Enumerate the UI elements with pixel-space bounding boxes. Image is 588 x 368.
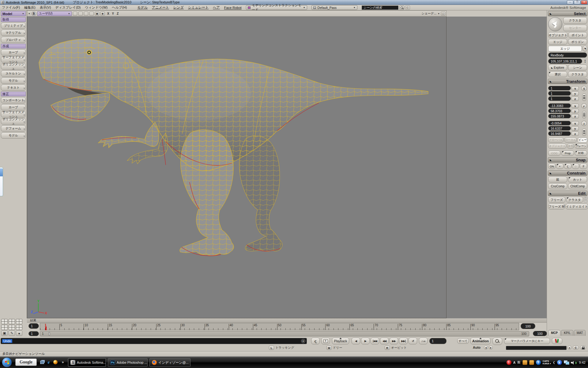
all-params-button[interactable]: すべて bbox=[457, 338, 469, 344]
a-tray-icon[interactable]: a bbox=[557, 360, 562, 365]
tab-mcp[interactable]: MCP bbox=[548, 330, 560, 336]
translate-y-axis-button[interactable]: y bbox=[571, 126, 579, 131]
tray-collapse-icon[interactable]: ❮ bbox=[553, 361, 555, 364]
scale-link-icon[interactable] bbox=[582, 94, 586, 101]
module-menu-item[interactable]: Face Robot bbox=[224, 6, 242, 10]
cnscomp-button[interactable]: CnsComp bbox=[548, 183, 567, 189]
script-history-dropdown[interactable]: ▼ bbox=[301, 339, 305, 343]
module-menu-item[interactable]: モデル bbox=[137, 5, 148, 10]
toolbar-button[interactable]: スケルトン bbox=[1, 71, 26, 77]
view-mode-button[interactable]: ビュー bbox=[578, 137, 587, 143]
maximize-button[interactable]: ❐ bbox=[574, 0, 580, 4]
menu-item[interactable]: 編集(E) bbox=[24, 5, 36, 10]
section-header-modify[interactable]: 修正 bbox=[1, 92, 26, 96]
edit-panel-header[interactable]: ◣Edit bbox=[548, 191, 587, 196]
scene-search-input[interactable]: シーンの検索 bbox=[362, 6, 398, 10]
cycle-button[interactable]: C bbox=[573, 346, 579, 350]
prev-key-button[interactable]: ◀◀ bbox=[380, 338, 389, 344]
viewport-option-button[interactable] bbox=[89, 12, 94, 16]
collapse-button[interactable]: − bbox=[584, 200, 587, 202]
scale-y-field[interactable]: 1 bbox=[548, 91, 571, 96]
scale-mode-button[interactable]: S bbox=[581, 86, 587, 91]
ime-language[interactable]: A bbox=[513, 361, 516, 364]
ref-mode-button[interactable]: 参照 bbox=[567, 144, 574, 149]
close-button[interactable]: ✕ bbox=[581, 0, 587, 4]
viewport-option-button[interactable] bbox=[73, 12, 77, 16]
translate-x-field[interactable]: -0.0054 bbox=[548, 121, 571, 125]
toolbar-button[interactable]: コンポーネント bbox=[1, 97, 26, 103]
cluster-button[interactable]: クラスタ bbox=[563, 17, 587, 24]
minimize-button[interactable]: — bbox=[567, 0, 573, 4]
toolbar-button[interactable]: プロパティ bbox=[1, 37, 26, 43]
sphere-icon[interactable]: ● bbox=[16, 331, 22, 336]
camera-icon[interactable]: ▣ bbox=[95, 12, 99, 16]
toolbar-button[interactable]: マテリアル bbox=[1, 30, 26, 36]
keys-button[interactable] bbox=[552, 338, 562, 344]
axis-toggle-z[interactable]: Z bbox=[117, 12, 119, 15]
viewport-pane-button[interactable]: B bbox=[32, 11, 36, 16]
panel-collapse-icon[interactable]: ◣ bbox=[550, 172, 552, 174]
toolbar-button[interactable]: テキスト bbox=[1, 85, 26, 91]
layout-wide-icon[interactable] bbox=[1, 325, 8, 330]
object-filter-button[interactable]: オブジェクト bbox=[548, 32, 567, 38]
cog-button[interactable]: COG bbox=[548, 151, 560, 156]
loop-button[interactable]: ↺ bbox=[409, 338, 417, 344]
edge-filter-button[interactable]: エッジ bbox=[548, 39, 567, 45]
translate-z-axis-button[interactable]: z bbox=[571, 132, 579, 136]
menu-item[interactable]: ウィンドウ(W) bbox=[85, 5, 107, 10]
current-filter-field[interactable]: エッジ bbox=[548, 46, 582, 52]
toolbox-tray-icon[interactable] bbox=[522, 360, 527, 365]
module-menu-item[interactable]: シミュレート bbox=[188, 5, 209, 10]
show-desktop-icon[interactable] bbox=[39, 359, 45, 365]
toolbox-tray-icon[interactable] bbox=[529, 360, 534, 365]
toolbar-button[interactable]: カーブ bbox=[1, 104, 26, 110]
rotate-y-axis-button[interactable]: y bbox=[571, 109, 579, 113]
viewport-resize-icon[interactable]: ▢ bbox=[441, 12, 445, 16]
docked-panel-tab[interactable] bbox=[0, 167, 3, 196]
grid-snap-icon[interactable]: # bbox=[580, 163, 587, 169]
point-filter-button[interactable]: ポイント bbox=[568, 32, 587, 38]
lock-button[interactable] bbox=[580, 346, 586, 350]
go-to-end-button[interactable]: ▶▶| bbox=[399, 338, 408, 344]
panel-collapse-icon[interactable]: ◣ bbox=[550, 159, 552, 161]
menu-item[interactable]: ディスプレイ(D) bbox=[55, 5, 81, 10]
range-handle[interactable] bbox=[49, 332, 50, 335]
center-button[interactable]: センター bbox=[563, 25, 587, 32]
taskbar-task[interactable]: S Autodesk Softima... bbox=[68, 358, 106, 367]
panel-collapse-icon[interactable]: ◣ bbox=[550, 80, 552, 83]
symmetry-button[interactable]: 対称 bbox=[575, 151, 587, 156]
facet-snap-icon[interactable]: ◌ bbox=[572, 163, 579, 169]
scene-button[interactable]: シーン bbox=[568, 65, 587, 71]
plane-mode-button[interactable]: プレーン bbox=[575, 144, 587, 149]
section-header-acquire[interactable]: 取得 bbox=[1, 17, 26, 22]
layout-quad-icon[interactable] bbox=[16, 319, 22, 324]
key-button[interactable] bbox=[492, 338, 502, 345]
toolbar-button[interactable]: プリミティブ bbox=[1, 23, 26, 29]
eye-icon[interactable]: ◉ bbox=[100, 12, 105, 16]
playback-menu-button[interactable]: Playback bbox=[332, 338, 349, 344]
construction-mode-dropdown[interactable]: モデリングコンストラクションモード ▼ bbox=[246, 5, 307, 10]
animation-menu-button[interactable]: Animation bbox=[470, 338, 491, 344]
current-frame-field[interactable]: 1 bbox=[28, 323, 39, 329]
parent-constrain-button[interactable]: 親 bbox=[548, 177, 567, 182]
menu-item[interactable]: 表示(V) bbox=[40, 5, 51, 10]
viewport-canvas[interactable]: Y X Z bbox=[27, 17, 447, 318]
axis-toggle-x[interactable]: X bbox=[107, 12, 110, 15]
cut-constrain-button[interactable]: カット bbox=[568, 177, 587, 182]
chldcomp-button[interactable]: ChldComp bbox=[568, 183, 587, 189]
panel-collapse-icon[interactable]: ◣ bbox=[550, 192, 552, 195]
edit-cluster-button[interactable]: クラスタ bbox=[566, 197, 583, 203]
network-icon[interactable] bbox=[564, 360, 569, 365]
internet-explorer-icon[interactable]: e bbox=[46, 359, 51, 365]
tab-mat[interactable]: MAT bbox=[574, 330, 586, 336]
panel-collapse-icon[interactable]: ◣ bbox=[550, 12, 552, 15]
rotate-z-field[interactable]: 155.0873 bbox=[548, 114, 571, 118]
snap-panel-header[interactable]: ◣Snap bbox=[548, 157, 587, 163]
scale-y-axis-button[interactable]: y bbox=[571, 91, 579, 96]
range-slider[interactable]: 1 100 bbox=[40, 331, 529, 336]
alert-tray-icon[interactable]: ! bbox=[507, 360, 511, 365]
scale-z-field[interactable]: 1 bbox=[548, 96, 571, 101]
object-mode-button[interactable]: オブジェクト bbox=[548, 144, 566, 149]
local-mode-button[interactable]: ローカル bbox=[564, 137, 577, 143]
rotate-link-icon[interactable] bbox=[582, 111, 586, 118]
